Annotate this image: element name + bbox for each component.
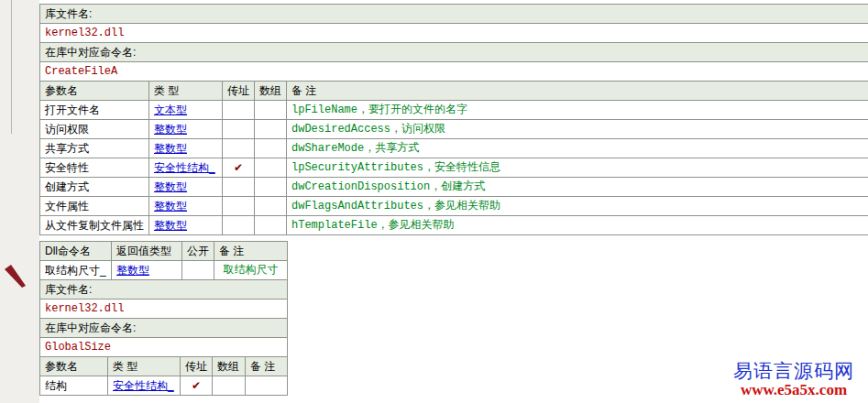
param-name-cell: 打开文件名 [40, 101, 149, 120]
param-remark-cell: dwShareMode，共享方式 [287, 139, 868, 158]
param-remark-cell: lpSecurityAttributes，安全特性信息 [287, 158, 868, 178]
param-name-cell: 创建方式 [40, 178, 149, 197]
margin-strip [0, 0, 39, 403]
param-header-name: 参数名 [40, 82, 149, 101]
param-type-link[interactable]: 文本型 [154, 103, 187, 116]
cmd-name-label: 在库中对应命令名: [40, 319, 288, 338]
param-name-cell: 访问权限 [40, 120, 149, 139]
site-watermark: 易语言源码网 www.e5a5x.com [717, 361, 868, 399]
lib-info-table-createfilea: 库文件名: kernel32.dll 在库中对应命令名: CreateFileA [39, 4, 868, 82]
dll-cmd-name-cell: 取结构尺寸_ [40, 261, 112, 280]
param-header-type: 类 型 [108, 357, 181, 376]
array-check-cell [255, 120, 287, 139]
param-header-byref: 传址 [181, 357, 213, 376]
param-header-array: 数组 [255, 82, 287, 101]
cmd-name-label: 在库中对应命令名: [40, 43, 868, 62]
lib-file-value: kernel32.dll [40, 24, 868, 43]
param-header-remark: 备 注 [246, 357, 288, 376]
lib-file-label: 库文件名: [40, 280, 288, 300]
lib-file-label: 库文件名: [40, 5, 868, 24]
param-type-link[interactable]: 整数型 [154, 200, 187, 212]
param-row: 从文件复制文件属性 整数型 hTemplateFile，参见相关帮助 [40, 216, 868, 235]
array-check-cell [255, 216, 287, 235]
param-remark-cell: lpFileName，要打开的文件的名字 [287, 101, 868, 120]
param-header-type: 类 型 [149, 82, 223, 101]
byref-check-icon: ✔ [223, 158, 255, 178]
param-header-remark: 备 注 [287, 82, 868, 101]
array-check-cell [255, 101, 287, 120]
param-header-array: 数组 [213, 357, 246, 376]
param-row: 共享方式 整数型 dwShareMode，共享方式 [40, 139, 868, 158]
watermark-site-name: 易语言源码网 [717, 361, 868, 382]
lib-file-label-row: 库文件名: [40, 280, 288, 300]
byref-check-cell [223, 139, 255, 158]
param-type-link[interactable]: 整数型 [154, 219, 187, 232]
array-check-cell [255, 139, 287, 158]
array-check-cell [255, 197, 287, 216]
param-row: 访问权限 整数型 dwDesiredAccess，访问权限 [40, 120, 868, 139]
param-header-byref: 传址 [223, 82, 255, 101]
param-remark-cell: dwCreationDisposition，创建方式 [287, 178, 868, 197]
param-header-row: 参数名 类 型 传址 数组 备 注 [40, 357, 288, 376]
param-name-cell: 文件属性 [40, 197, 149, 216]
param-row: 结构 安全性结构_ ✔ [40, 376, 288, 396]
byref-check-icon: ✔ [181, 376, 213, 396]
lib-file-value-row: kernel32.dll [40, 300, 288, 319]
pencil-icon [3, 262, 28, 291]
param-row: 安全特性 安全性结构_ ✔ lpSecurityAttributes，安全特性信… [40, 158, 868, 178]
lib-info-table-globalsize: 库文件名: kernel32.dll 在库中对应命令名: GlobalSize [39, 279, 288, 357]
param-type-link[interactable]: 整数型 [154, 142, 187, 155]
param-header-name: 参数名 [40, 357, 108, 376]
cmd-name-label-row: 在库中对应命令名: [40, 43, 868, 62]
dll-cmd-header-row: Dll命令名 返回值类型 公开 备 注 [40, 242, 288, 261]
byref-check-cell [223, 216, 255, 235]
param-remark-cell [246, 376, 288, 396]
cmd-name-label-row: 在库中对应命令名: [40, 319, 288, 338]
cmd-name-value: CreateFileA [40, 62, 868, 82]
param-type-link[interactable]: 安全性结构_ [113, 379, 174, 392]
lib-file-value-row: kernel32.dll [40, 24, 868, 43]
param-name-cell: 结构 [40, 376, 108, 396]
param-row: 打开文件名 文本型 lpFileName，要打开的文件的名字 [40, 101, 868, 120]
param-name-cell: 从文件复制文件属性 [40, 216, 149, 235]
cmd-name-value-row: CreateFileA [40, 62, 868, 82]
byref-check-cell [223, 197, 255, 216]
param-type-link[interactable]: 安全性结构_ [154, 161, 215, 174]
param-remark-cell: dwFlagsAndAttributes，参见相关帮助 [287, 197, 868, 216]
array-check-cell [255, 178, 287, 197]
dll-commands-panel: 库文件名: kernel32.dll 在库中对应命令名: CreateFileA… [39, 4, 868, 396]
dll-cmd-public-cell [182, 261, 214, 280]
cmd-name-value-row: GlobalSize [40, 338, 288, 357]
dll-cmd-return-type-link[interactable]: 整数型 [116, 264, 149, 277]
dll-cmd-header-public: 公开 [182, 242, 214, 261]
dll-command-table-globalsize: Dll命令名 返回值类型 公开 备 注 取结构尺寸_ 整数型 取结构尺寸 [39, 241, 288, 280]
byref-check-cell [223, 120, 255, 139]
param-remark-cell: hTemplateFile，参见相关帮助 [287, 216, 868, 235]
dll-cmd-header-remark: 备 注 [214, 242, 288, 261]
param-type-link[interactable]: 整数型 [154, 123, 187, 136]
watermark-site-url: www.e5a5x.com [717, 382, 868, 399]
panel-divider-line [11, 0, 12, 134]
param-type-link[interactable]: 整数型 [154, 180, 187, 193]
lib-file-label-row: 库文件名: [40, 5, 868, 24]
param-row: 文件属性 整数型 dwFlagsAndAttributes，参见相关帮助 [40, 197, 868, 216]
byref-check-cell [223, 101, 255, 120]
cmd-name-value: GlobalSize [40, 338, 288, 357]
dll-cmd-remark-cell: 取结构尺寸 [214, 261, 288, 280]
dll-cmd-header-return: 返回值类型 [112, 242, 182, 261]
array-check-cell [213, 376, 246, 396]
param-remark-cell: dwDesiredAccess，访问权限 [287, 120, 868, 139]
lib-file-value: kernel32.dll [40, 300, 288, 319]
param-name-cell: 共享方式 [40, 139, 149, 158]
param-header-row: 参数名 类 型 传址 数组 备 注 [40, 82, 868, 101]
dll-cmd-header-name: Dll命令名 [40, 242, 112, 261]
param-table-globalsize: 参数名 类 型 传址 数组 备 注 结构 安全性结构_ ✔ [39, 356, 288, 396]
dll-cmd-row: 取结构尺寸_ 整数型 取结构尺寸 [40, 261, 288, 280]
param-row: 创建方式 整数型 dwCreationDisposition，创建方式 [40, 178, 868, 197]
array-check-cell [255, 158, 287, 178]
byref-check-cell [223, 178, 255, 197]
param-table-createfilea: 参数名 类 型 传址 数组 备 注 打开文件名 文本型 lpFileName，要… [39, 81, 868, 235]
param-name-cell: 安全特性 [40, 158, 149, 178]
